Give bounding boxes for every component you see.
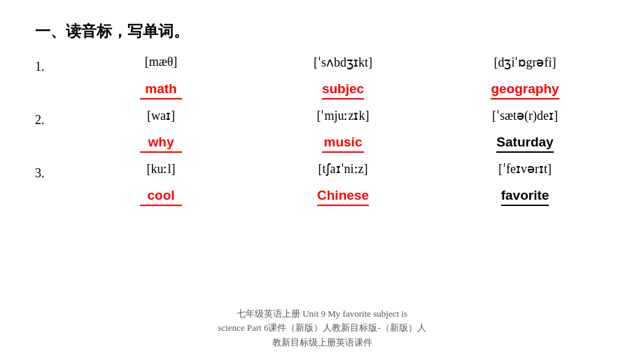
word-subject: subjec (322, 81, 364, 100)
word-chinese: Chinese (317, 188, 369, 206)
row-1-phonetics: 1. [mæθ] [ˈsʌbdʒɪkt] [dʒiˈɒgrəfi] (35, 55, 609, 77)
item-cell: Saturday (434, 135, 616, 153)
phonetic: [waɪ] (147, 108, 175, 123)
main-page: 一、读音标，写单词。 1. [mæθ] [ˈsʌbdʒɪkt] [dʒiˈɒgr… (0, 0, 644, 363)
word-saturday: Saturday (496, 135, 553, 153)
exercise-block: 1. [mæθ] [ˈsʌbdʒɪkt] [dʒiˈɒgrəfi] math (35, 55, 609, 206)
row-1-word-items: math subjec geography (70, 81, 616, 100)
word-why: why (140, 135, 182, 153)
footer-line2: science Part 6课件（新版）人教新目标版-（新版）人 (0, 321, 644, 336)
item-cell: [mæθ] (70, 55, 252, 77)
row-1-words: math subjec geography (35, 81, 609, 100)
phonetic: [mæθ] (145, 55, 178, 69)
phonetic: [ˈfeɪvərɪt] (498, 161, 552, 177)
section-title: 一、读音标，写单词。 (35, 21, 609, 42)
item-cell: [dʒiˈɒgrəfi] (434, 55, 616, 77)
item-cell: [ˈfeɪvərɪt] (434, 161, 616, 184)
item-cell: music (252, 135, 434, 153)
item-cell: [ˈsætə(r)deɪ] (434, 108, 616, 130)
row-3-phonetics: 3. [kuːl] [tʃaɪˈniːz] [ˈfeɪvərɪt] (35, 161, 609, 184)
phonetic: [ˈsætə(r)deɪ] (492, 108, 558, 123)
row-spacer (35, 90, 70, 91)
row-spacer (35, 196, 70, 198)
phonetic: [kuːl] (147, 161, 176, 177)
phonetic: [ˈsʌbdʒɪkt] (314, 55, 372, 70)
word-favorite: favorite (501, 188, 550, 206)
item-cell: subjec (252, 81, 434, 100)
row-3-word-items: cool Chinese favorite (70, 188, 616, 206)
row-3-words: cool Chinese favorite (35, 188, 609, 206)
item-cell: [ˈmjuːzɪk] (252, 108, 434, 130)
row-2-phonetics: 2. [waɪ] [ˈmjuːzɪk] [ˈsætə(r)deɪ] (35, 108, 609, 130)
footer-line1: 七年级英语上册 Unit 9 My favorite subject is (0, 307, 644, 322)
phonetic: [dʒiˈɒgrəfi] (494, 55, 556, 70)
item-cell: math (70, 81, 252, 100)
phonetic: [ˈmjuːzɪk] (317, 108, 370, 123)
phonetic: [tʃaɪˈniːz] (318, 161, 368, 177)
row-2-word-items: why music Saturday (70, 135, 616, 153)
item-cell: why (70, 135, 252, 153)
item-cell: geography (434, 81, 616, 100)
word-music: music (322, 135, 364, 153)
row-number-2: 2. (35, 111, 70, 128)
item-cell: Chinese (252, 188, 434, 206)
footer: 七年级英语上册 Unit 9 My favorite subject is sc… (0, 307, 644, 350)
row-2-phonetic-items: [waɪ] [ˈmjuːzɪk] [ˈsætə(r)deɪ] (70, 108, 616, 130)
word-geography: geography (491, 81, 559, 100)
item-cell: [kuːl] (70, 161, 252, 184)
row-1-phonetic-items: [mæθ] [ˈsʌbdʒɪkt] [dʒiˈɒgrəfi] (70, 55, 616, 77)
word-math: math (140, 81, 182, 100)
item-cell: [tʃaɪˈniːz] (252, 161, 434, 184)
row-spacer (35, 143, 70, 144)
item-cell: favorite (434, 188, 616, 206)
footer-line3: 教新目标级上册英语课件 (0, 336, 644, 350)
item-cell: [ˈsʌbdʒɪkt] (252, 55, 434, 77)
item-cell: cool (70, 188, 252, 206)
row-3-phonetic-items: [kuːl] [tʃaɪˈniːz] [ˈfeɪvərɪt] (70, 161, 616, 184)
row-number-3: 3. (35, 165, 70, 181)
row-number-1: 1. (35, 58, 70, 74)
row-2-words: why music Saturday (35, 135, 609, 153)
item-cell: [waɪ] (70, 108, 252, 130)
word-cool: cool (140, 188, 182, 206)
